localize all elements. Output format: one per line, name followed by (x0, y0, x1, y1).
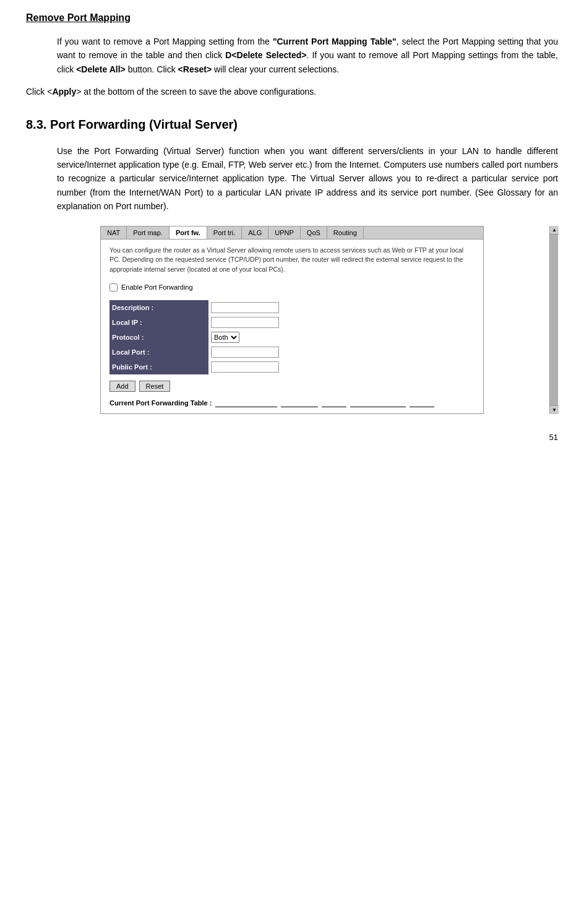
router-ui-wrapper: NAT Port map. Port fw. Port tri. ALG UPN… (26, 226, 558, 414)
current-table-label: Current Port Forwarding Table : (110, 399, 474, 407)
form-row-protocol: Protocol : Both TCP UDP (110, 330, 281, 345)
router-ui-box: NAT Port map. Port fw. Port tri. ALG UPN… (100, 226, 484, 414)
nav-nat[interactable]: NAT (101, 227, 127, 239)
label-localport: Local Port : (110, 345, 208, 360)
nav-routing[interactable]: Routing (327, 227, 364, 239)
bold-apply: Apply (52, 87, 76, 97)
nav-portfw[interactable]: Port fw. (170, 227, 207, 239)
nav-alg[interactable]: ALG (242, 227, 268, 239)
form-row-description: Description : (110, 300, 281, 315)
page-number: 51 (26, 433, 558, 442)
nav-qos[interactable]: QoS (301, 227, 327, 239)
section2-title: 8.3. Port Forwarding (Virtual Server) (26, 118, 558, 132)
form-row-localip: Local IP : (110, 315, 281, 330)
scroll-thumb[interactable] (550, 235, 558, 405)
bold-reset: <Reset> (178, 64, 212, 74)
publicport-input[interactable] (211, 361, 279, 373)
label-protocol: Protocol : (110, 330, 208, 345)
label-description: Description : (110, 300, 208, 315)
input-localport-cell (208, 345, 281, 360)
section2-para1: Use the Port Forwarding (Virtual Server)… (57, 144, 558, 214)
table-underline-4 (350, 399, 406, 407)
reset-button[interactable]: Reset (139, 381, 171, 392)
current-table-label-text: Current Port Forwarding Table : (110, 399, 212, 407)
localip-input[interactable] (211, 317, 279, 328)
protocol-select[interactable]: Both TCP UDP (211, 332, 239, 343)
localport-input[interactable] (211, 347, 279, 358)
enable-row: Enable Port Forwarding (110, 283, 474, 291)
section1-para1: If you want to remove a Port Mapping set… (57, 35, 558, 76)
section1-para2: Click <Apply> at the bottom of the scree… (26, 85, 558, 98)
scroll-down-arrow[interactable]: ▼ (550, 405, 559, 414)
scroll-up-arrow[interactable]: ▲ (550, 226, 559, 235)
input-localip-cell (208, 315, 281, 330)
description-input[interactable] (211, 302, 279, 313)
form-row-localport: Local Port : (110, 345, 281, 360)
add-button[interactable]: Add (110, 381, 135, 392)
table-underline-1 (215, 399, 277, 407)
label-publicport: Public Port : (110, 360, 208, 374)
input-protocol-cell: Both TCP UDP (208, 330, 281, 345)
bold-delete-selected: D<Delete Selected> (225, 50, 306, 60)
page-content: Remove Port Mapping If you want to remov… (26, 12, 558, 442)
bold-current-port-mapping: "Current Port Mapping Table" (273, 37, 397, 46)
nav-porttri[interactable]: Port tri. (207, 227, 242, 239)
port-forwarding-form: Description : Local IP : P (110, 300, 281, 374)
enable-port-forwarding-label[interactable]: Enable Port Forwarding (121, 283, 193, 291)
ui-description: You can configure the router as a Virtua… (110, 246, 474, 275)
scrollbar[interactable]: ▲ ▼ (549, 226, 558, 414)
table-underline-2 (281, 399, 318, 407)
bold-delete-all: <Delete All> (76, 64, 126, 74)
input-description-cell (208, 300, 281, 315)
enable-port-forwarding-checkbox[interactable] (110, 283, 118, 291)
ui-body: You can configure the router as a Virtua… (101, 240, 483, 413)
table-underline-3 (322, 399, 346, 407)
label-localip: Local IP : (110, 315, 208, 330)
btn-row: Add Reset (110, 381, 474, 392)
section1-title: Remove Port Mapping (26, 12, 558, 24)
table-underline-5 (410, 399, 434, 407)
nav-bar: NAT Port map. Port fw. Port tri. ALG UPN… (101, 227, 483, 240)
nav-portmap[interactable]: Port map. (127, 227, 170, 239)
input-publicport-cell (208, 360, 281, 374)
nav-upnp[interactable]: UPNP (268, 227, 301, 239)
form-row-publicport: Public Port : (110, 360, 281, 374)
